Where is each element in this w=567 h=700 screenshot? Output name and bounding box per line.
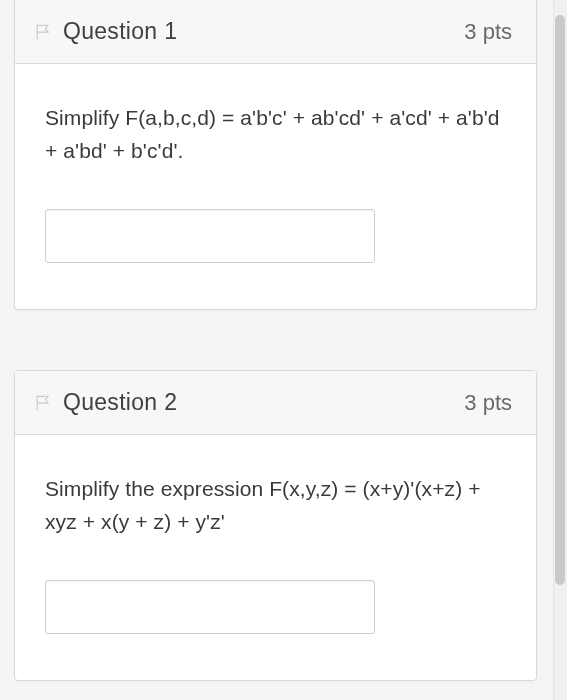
points-label: 3 pts xyxy=(464,390,512,416)
question-title-wrap: Question 2 xyxy=(33,389,177,416)
question-title: Question 2 xyxy=(63,389,177,416)
flag-icon[interactable] xyxy=(33,22,53,42)
question-header: Question 2 3 pts xyxy=(15,371,536,435)
question-card-1: Question 1 3 pts Simplify F(a,b,c,d) = a… xyxy=(14,0,537,310)
question-body: Simplify F(a,b,c,d) = a'b'c' + ab'cd' + … xyxy=(15,64,536,309)
flag-icon[interactable] xyxy=(33,393,53,413)
scrollbar-track[interactable] xyxy=(553,0,567,700)
question-title: Question 1 xyxy=(63,18,177,45)
scrollbar-thumb[interactable] xyxy=(555,15,565,585)
question-title-wrap: Question 1 xyxy=(33,18,177,45)
question-header: Question 1 3 pts xyxy=(15,0,536,64)
points-label: 3 pts xyxy=(464,19,512,45)
question-text: Simplify the expression F(x,y,z) = (x+y)… xyxy=(45,473,506,538)
question-text: Simplify F(a,b,c,d) = a'b'c' + ab'cd' + … xyxy=(45,102,506,167)
question-body: Simplify the expression F(x,y,z) = (x+y)… xyxy=(15,435,536,680)
answer-input[interactable] xyxy=(45,580,375,634)
answer-input[interactable] xyxy=(45,209,375,263)
content-area: Question 1 3 pts Simplify F(a,b,c,d) = a… xyxy=(0,0,567,700)
question-card-2: Question 2 3 pts Simplify the expression… xyxy=(14,370,537,681)
